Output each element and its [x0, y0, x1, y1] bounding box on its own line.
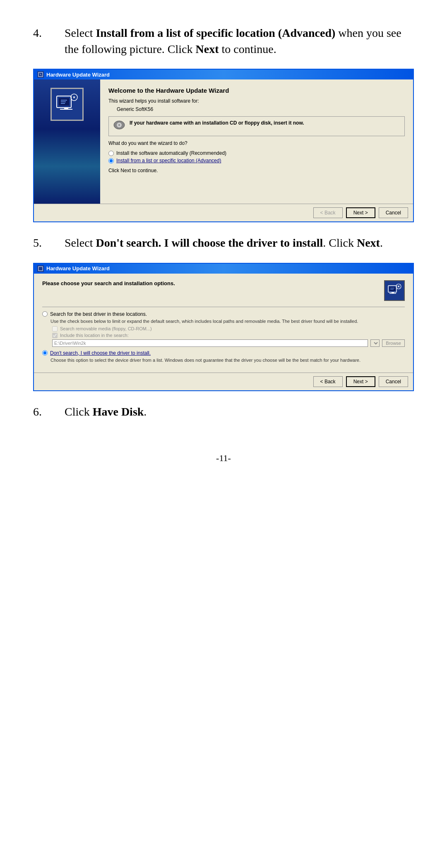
dialog1-device: Generic SoftK56 — [117, 106, 405, 112]
step-4: 4. Select Install from a list of specifi… — [33, 25, 414, 57]
check-removable[interactable] — [52, 326, 58, 332]
dialog1: Hardware Update Wizard — [33, 69, 414, 222]
svg-rect-17 — [37, 265, 44, 272]
cd-notice-text: If your hardware came with an installati… — [130, 120, 304, 126]
dialog2-next-button[interactable]: Next > — [346, 376, 375, 387]
svg-rect-25 — [389, 293, 396, 294]
dialog2-footer: < Back Next > Cancel — [34, 373, 413, 390]
radio-auto[interactable] — [108, 151, 114, 156]
cd-drive-icon — [113, 120, 125, 132]
step-5-number: 5. — [33, 235, 58, 251]
step-6-text: Click Have Disk. — [65, 404, 414, 420]
check-location-label: Include this location in the search: — [60, 333, 129, 338]
browse-button[interactable]: Browse — [382, 339, 405, 347]
dialog1-title: Hardware Update Wizard — [46, 72, 110, 78]
dialog1-radio-group: Install the software automatically (Reco… — [108, 150, 405, 164]
dialog2-title: Hardware Update Wizard — [46, 265, 110, 272]
svg-rect-10 — [60, 109, 72, 110]
check-location[interactable] — [52, 333, 58, 338]
path-row: Browse — [52, 339, 405, 347]
step-5: 5. Select Don't search. I will choose th… — [33, 235, 414, 251]
dialog2-titlebar: Hardware Update Wizard — [34, 264, 413, 274]
dialog2-back-button[interactable]: < Back — [313, 376, 343, 387]
radio-nosearch-label: Don't search, I will choose the driver t… — [50, 350, 151, 356]
step-4-number: 4. — [33, 25, 58, 57]
radio-nosearch-item[interactable]: Don't search, I will choose the driver t… — [42, 350, 405, 356]
svg-rect-24 — [392, 292, 394, 293]
path-select[interactable] — [370, 339, 380, 347]
dialog1-heading: Welcome to the Hardware Update Wizard — [108, 87, 405, 94]
check-removable-label: Search removable media (floppy, CD-ROM..… — [60, 326, 152, 331]
dialog2-cancel-button[interactable]: Cancel — [379, 376, 408, 387]
dialog1-next-button[interactable]: Next > — [346, 207, 375, 218]
dialog1-footer: < Back Next > Cancel — [34, 204, 413, 221]
dialog1-footer-text: Click Next to continue. — [108, 168, 405, 173]
step-4-text: Select Install from a list of specific l… — [65, 25, 414, 57]
option2-section: Don't search, I will choose the driver t… — [42, 350, 405, 363]
step-6-number: 6. — [33, 404, 58, 420]
radio-search[interactable] — [42, 311, 48, 317]
dialog1-left-panel — [34, 79, 100, 204]
radio1-item[interactable]: Install the software automatically (Reco… — [108, 150, 405, 156]
wizard-hardware-icon — [53, 90, 82, 119]
radio-nosearch-desc: Choose this option to select the device … — [50, 358, 405, 363]
dialog1-right-panel: Welcome to the Hardware Update Wizard Th… — [100, 79, 413, 204]
step-6: 6. Click Have Disk. — [33, 404, 414, 420]
radio-search-label: Search for the best driver in these loca… — [50, 311, 147, 317]
svg-rect-21 — [389, 287, 395, 291]
dialog1-cd-notice: If your hardware came with an installati… — [108, 116, 405, 136]
check-removable-item[interactable]: Search removable media (floppy, CD-ROM..… — [52, 326, 405, 332]
radio-list[interactable] — [108, 158, 114, 164]
option1-section: Search for the best driver in these loca… — [42, 311, 405, 347]
dialog2-body: Please choose your search and installati… — [34, 274, 413, 373]
dialog1-cancel-button[interactable]: Cancel — [379, 207, 408, 218]
dialog1-titlebar: Hardware Update Wizard — [34, 70, 413, 79]
svg-rect-9 — [64, 108, 68, 109]
dialog1-back-button[interactable]: < Back — [313, 207, 343, 218]
radio-nosearch[interactable] — [42, 350, 48, 356]
radio2-label: Install from a list or specific location… — [116, 158, 221, 164]
dialog2-wizard-icon — [384, 280, 405, 301]
svg-point-16 — [118, 124, 120, 126]
dialog2-header-text: Please choose your search and installati… — [42, 280, 175, 286]
wizard-title-icon — [37, 71, 44, 78]
check-location-item[interactable]: Include this location in the search: — [52, 333, 405, 338]
page-number: -11- — [33, 453, 414, 464]
dialog1-question: What do you want the wizard to do? — [108, 140, 405, 146]
path-input[interactable] — [52, 339, 368, 347]
radio-search-desc: Use the check boxes below to limit or ex… — [50, 319, 405, 324]
dialog2: Hardware Update Wizard Please choose you… — [33, 263, 414, 391]
radio-search-item[interactable]: Search for the best driver in these loca… — [42, 311, 405, 317]
dialog2-header-row: Please choose your search and installati… — [42, 280, 405, 301]
dialog2-separator — [42, 307, 405, 307]
wizard-logo-box — [50, 88, 84, 121]
step-5-text: Select Don't search. I will choose the d… — [65, 235, 414, 251]
radio2-item[interactable]: Install from a list or specific location… — [108, 158, 405, 164]
radio1-label: Install the software automatically (Reco… — [116, 150, 226, 156]
wizard-title-icon2 — [37, 265, 44, 272]
dialog1-desc1: This wizard helps you install software f… — [108, 98, 405, 104]
